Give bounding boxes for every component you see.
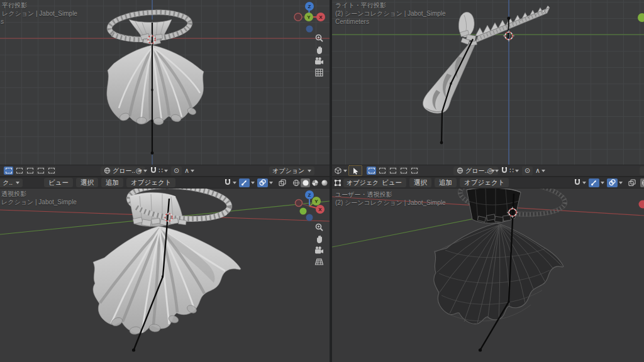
xray-toggle[interactable] — [277, 178, 287, 187]
menu-add[interactable]: 追加 — [101, 178, 123, 187]
falloff-dropdown[interactable]: ∧ — [184, 165, 194, 176]
header-bottom-right-viewport: オブジェク.. ビュー 選択 追加 オブジェクト — [332, 177, 644, 189]
select-invert-button[interactable] — [36, 167, 45, 175]
chevron-down-icon[interactable] — [251, 182, 255, 184]
gizmo-x-clipped[interactable] — [639, 200, 644, 209]
zoom-tool-button[interactable] — [314, 33, 325, 43]
chevron-down-icon — [541, 170, 545, 172]
pan-tool-button[interactable] — [314, 234, 325, 244]
falloff-dropdown[interactable]: ∧ — [535, 165, 545, 176]
select-extend-button[interactable] — [14, 167, 24, 175]
mode-label: ク.. — [3, 178, 13, 187]
menu-view[interactable]: ビュー — [377, 178, 406, 187]
viewport-divider[interactable] — [330, 0, 332, 362]
menu-add[interactable]: 追加 — [435, 178, 457, 187]
menu-object[interactable]: オブジェクト — [126, 178, 175, 187]
shading-rendered-button[interactable] — [319, 178, 329, 187]
zoom-tool-button[interactable] — [314, 222, 325, 233]
chevron-down-icon[interactable] — [269, 182, 273, 184]
gizmos-toggle[interactable] — [589, 178, 599, 187]
select-set-button[interactable] — [4, 167, 13, 175]
camera-view-button[interactable] — [314, 245, 325, 256]
proportional-edit-toggle[interactable]: ⊙ — [522, 165, 533, 176]
gizmo-neg-z[interactable] — [306, 214, 313, 221]
overlays-toggle[interactable] — [607, 178, 618, 187]
shading-wireframe-button[interactable] — [640, 178, 644, 187]
proportional-edit-toggle[interactable]: ⊙ — [171, 165, 182, 176]
gizmo-z-label: Z — [308, 4, 311, 9]
chevron-down-icon — [495, 170, 499, 172]
viewport-user-perspective-wireframe[interactable]: ユーザー・透視投影 (2) シーンコレクション | Jabot_Simple — [332, 189, 644, 362]
overlays-toggle[interactable] — [257, 178, 268, 187]
snap-settings-dropdown[interactable]: ∷ — [509, 165, 519, 176]
shading-solid-button[interactable] — [301, 178, 310, 187]
chevron-down-icon[interactable] — [582, 182, 586, 184]
viewport-info-right: ライト・平行投影 (2) シーンコレクション | Jabot_Simple Ce… — [335, 1, 446, 26]
select-mode-group — [4, 165, 57, 176]
menu-select[interactable]: 選択 — [76, 178, 98, 187]
jabot-wireframe — [434, 189, 569, 324]
menu-select[interactable]: 選択 — [409, 178, 431, 187]
options-dropdown-clipped[interactable] — [640, 165, 644, 176]
select-invert-button[interactable] — [399, 167, 408, 175]
menu-view[interactable]: ビュー — [44, 178, 73, 187]
rendered-sphere-icon — [321, 179, 328, 187]
gizmo-neg-x[interactable] — [296, 200, 303, 207]
navigation-gizmo[interactable]: Z Y X — [293, 189, 328, 223]
editor-type-dropdown[interactable] — [334, 165, 347, 176]
gizmo-x-label: X — [319, 14, 323, 20]
hand-icon — [314, 45, 324, 55]
menu-object[interactable]: オブジェクト — [460, 178, 509, 187]
magnet-icon[interactable] — [224, 178, 231, 187]
snap-toggle[interactable] — [501, 165, 508, 176]
xray-toggle[interactable] — [626, 178, 637, 187]
chevron-down-icon[interactable] — [619, 182, 623, 184]
magnifier-icon — [314, 222, 324, 232]
viewport-right-ortho[interactable]: ライト・平行投影 (2) シーンコレクション | Jabot_Simple Ce… — [332, 0, 644, 165]
snap-grid-icon: ∷ — [158, 167, 163, 174]
gizmo-neg-x[interactable] — [294, 13, 302, 21]
knot-right — [460, 30, 477, 46]
pivot-dropdown[interactable]: ◎ — [136, 165, 147, 176]
viewport-info-wireframe: ユーザー・透視投影 (2) シーンコレクション | Jabot_Simple — [335, 190, 446, 207]
gizmo-neg-y[interactable] — [300, 208, 307, 215]
shading-material-button[interactable] — [310, 178, 319, 187]
viewport-user-perspective[interactable]: 透視投影 レクション | Jabot_Simple Z Y X — [0, 189, 330, 362]
gizmo-y-clipped[interactable] — [638, 13, 644, 22]
pivot-icon: ◎ — [136, 167, 142, 174]
select-intersect-button[interactable] — [47, 167, 56, 175]
magnet-icon[interactable] — [574, 178, 581, 187]
navigation-gizmo[interactable]: Z Y X — [292, 1, 328, 35]
options-dropdown[interactable]: オプション — [269, 165, 314, 176]
snap-settings-dropdown[interactable]: ∷ — [158, 165, 168, 176]
pivot-dropdown[interactable]: ◎ — [487, 165, 499, 176]
select-extend-button[interactable] — [377, 167, 387, 175]
camera-icon — [314, 246, 324, 255]
object-mode-icon — [334, 179, 341, 187]
magnifier-icon — [314, 33, 324, 43]
wireframe-sphere-icon — [292, 179, 300, 187]
select-intersect-button[interactable] — [409, 167, 419, 175]
active-tool-button[interactable] — [348, 165, 362, 176]
blender-quad-view: 平行投影 レクション | Jabot_Simple s Z Y X — [0, 0, 644, 362]
viewport-front-ortho[interactable]: 平行投影 レクション | Jabot_Simple s Z Y X — [0, 0, 330, 165]
shading-wireframe-button[interactable] — [291, 178, 301, 187]
mode-dropdown[interactable]: ク.. — [0, 177, 23, 188]
gizmo-x-label: X — [318, 207, 322, 212]
gizmos-toggle[interactable] — [239, 178, 250, 187]
projection-label: 透視投影 — [1, 190, 77, 198]
select-subtract-button[interactable] — [388, 167, 397, 175]
ortho-toggle-button[interactable] — [314, 256, 325, 267]
select-set-button[interactable] — [367, 167, 376, 175]
chevron-down-icon[interactable] — [601, 182, 604, 184]
snap-toggle[interactable] — [150, 165, 157, 176]
select-mode-group — [367, 165, 420, 176]
pan-tool-button[interactable] — [314, 45, 325, 55]
ortho-toggle-button[interactable] — [314, 67, 325, 78]
gizmo-neg-z[interactable] — [306, 26, 313, 33]
magnet-icon — [150, 167, 157, 175]
select-subtract-button[interactable] — [25, 167, 35, 175]
camera-view-button[interactable] — [314, 56, 325, 67]
chevron-down-icon[interactable] — [233, 182, 236, 184]
proportional-edit-icon: ⊙ — [174, 167, 179, 174]
